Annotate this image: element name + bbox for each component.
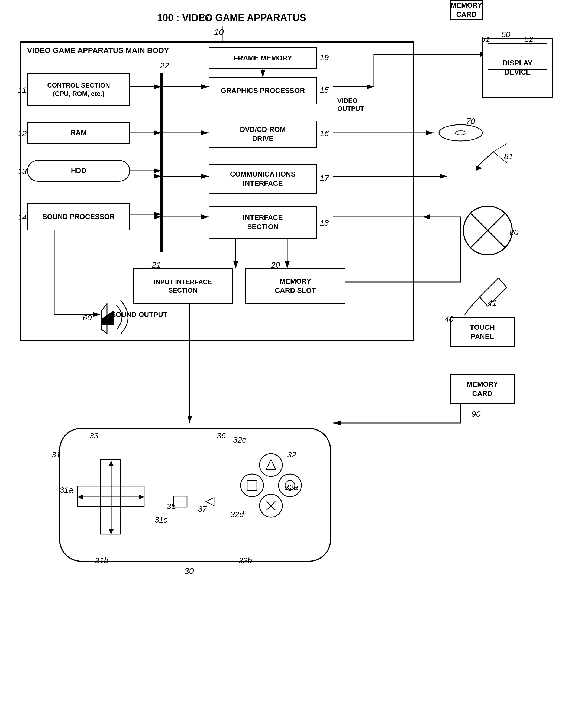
interface-section-box: INTERFACE SECTION: [209, 206, 317, 239]
ref-19: 19: [320, 53, 329, 62]
control-section-box: CONTROL SECTION (CPU, ROM, etc.): [27, 73, 130, 106]
main-body-label: VIDEO GAME APPARATUS MAIN BODY: [27, 46, 169, 55]
page-title: 100 : VIDEO GAME APPARATUS: [157, 12, 306, 24]
ref-22: 22: [160, 61, 169, 70]
ram-label: RAM: [70, 128, 86, 138]
graphics-processor-label: GRAPHICS PROCESSOR: [221, 86, 305, 96]
svg-line-65: [469, 297, 480, 309]
memory-card-ext-label: MEMORY CARD: [467, 380, 498, 398]
svg-line-66: [465, 309, 469, 314]
ref-40: 40: [444, 314, 453, 324]
svg-rect-32: [100, 459, 121, 534]
sound-processor-label: SOUND PROCESSOR: [42, 212, 114, 222]
touch-panel-label: TOUCH PANEL: [470, 323, 495, 341]
svg-line-64: [480, 297, 488, 306]
ref-60: 60: [83, 313, 91, 322]
ref-20: 20: [271, 260, 280, 269]
ref-14: 14: [18, 213, 26, 222]
ref-17: 17: [320, 173, 329, 183]
ref-31a: 31a: [60, 485, 73, 495]
ref-41: 41: [488, 298, 497, 307]
memory-card-slot-box: MEMORY CARD SLOT: [245, 268, 345, 304]
dvd-cd-rom-label: DVD/CD-ROM DRIVE: [240, 125, 286, 143]
ref-32c: 32c: [233, 435, 246, 445]
svg-line-60: [470, 213, 505, 248]
ref-16: 16: [320, 129, 329, 138]
frame-memory-label: FRAME MEMORY: [234, 54, 292, 63]
diagram: 100 : VIDEO GAME APPARATUS 100 10 VIDEO …: [0, 0, 588, 718]
svg-line-46: [267, 501, 275, 510]
ref-81: 81: [504, 152, 513, 161]
ref-15: 15: [320, 85, 329, 95]
ref-37: 37: [198, 504, 207, 514]
svg-line-56: [493, 144, 507, 152]
sound-processor-box: SOUND PROCESSOR: [27, 203, 130, 230]
ref-31b: 31b: [95, 556, 108, 565]
svg-rect-29: [60, 428, 331, 561]
svg-point-52: [455, 131, 466, 135]
svg-marker-48: [206, 497, 214, 506]
ref-30: 30: [184, 566, 194, 576]
memory-card-slot-label: MEMORY CARD SLOT: [275, 277, 316, 295]
ref-31: 31: [51, 450, 60, 459]
ref-32b: 32b: [238, 556, 252, 565]
ref-12: 12: [18, 129, 26, 138]
svg-rect-33: [78, 486, 144, 507]
ref-32a: 32a: [285, 483, 298, 492]
memory-card-box: MEMORY CARD: [450, 0, 483, 20]
ref-50: 50: [501, 30, 510, 39]
ref-10: 10: [214, 27, 224, 37]
sound-output-label: SOUND OUTPUT: [111, 310, 167, 319]
ram-box: RAM: [27, 122, 130, 144]
svg-rect-41: [247, 481, 257, 491]
frame-memory-box: FRAME MEMORY: [209, 47, 317, 69]
graphics-processor-box: GRAPHICS PROCESSOR: [209, 77, 317, 104]
ref-90: 90: [471, 409, 480, 419]
control-section-label: CONTROL SECTION (CPU, ROM, etc.): [47, 81, 110, 98]
svg-marker-50: [102, 304, 107, 333]
svg-point-44: [259, 494, 282, 517]
diagram-svg: [0, 0, 588, 718]
hdd-label: HDD: [71, 166, 86, 176]
dvd-cd-rom-box: DVD/CD-ROM DRIVE: [209, 121, 317, 148]
ref-35: 35: [167, 501, 175, 511]
ref-51: 51: [481, 35, 490, 44]
ref-13: 13: [18, 167, 26, 176]
ref-11: 11: [18, 85, 26, 95]
hdd-box: HDD: [27, 160, 130, 182]
svg-marker-39: [266, 459, 276, 470]
ref-80: 80: [509, 228, 518, 237]
svg-point-58: [463, 206, 512, 255]
ref-21: 21: [152, 260, 161, 269]
svg-line-61: [480, 278, 499, 297]
ref-32: 32: [287, 450, 296, 459]
ref-33: 33: [89, 431, 98, 440]
ref-100: 100: [198, 13, 211, 22]
svg-marker-34: [108, 461, 114, 466]
svg-line-54: [476, 152, 493, 168]
memory-card-external-box: MEMORY CARD: [450, 374, 515, 404]
interface-section-label: INTERFACE SECTION: [243, 213, 282, 231]
ref-36: 36: [217, 431, 226, 440]
memory-card-label: MEMORY CARD: [450, 1, 482, 19]
video-output-label: VIDEO OUTPUT: [337, 97, 364, 113]
svg-line-59: [470, 213, 505, 248]
svg-point-51: [439, 125, 482, 141]
svg-line-62: [499, 278, 507, 287]
ref-52: 52: [524, 35, 533, 44]
ref-32d: 32d: [230, 510, 244, 519]
svg-line-45: [267, 501, 275, 510]
svg-point-40: [240, 474, 264, 497]
input-interface-section-box: INPUT INTERFACE SECTION: [133, 268, 233, 304]
communications-interface-box: COMMUNICATIONS INTERFACE: [209, 164, 317, 194]
ref-18: 18: [320, 218, 329, 227]
svg-marker-53: [476, 165, 482, 171]
ref-70: 70: [466, 117, 475, 126]
touch-panel-box: TOUCH PANEL: [450, 317, 515, 347]
input-interface-section-label: INPUT INTERFACE SECTION: [154, 278, 212, 294]
svg-marker-35: [108, 529, 114, 534]
svg-marker-37: [139, 494, 144, 500]
ref-31c: 31c: [154, 515, 167, 525]
svg-marker-36: [78, 494, 83, 500]
communications-interface-label: COMMUNICATIONS INTERFACE: [230, 170, 296, 188]
